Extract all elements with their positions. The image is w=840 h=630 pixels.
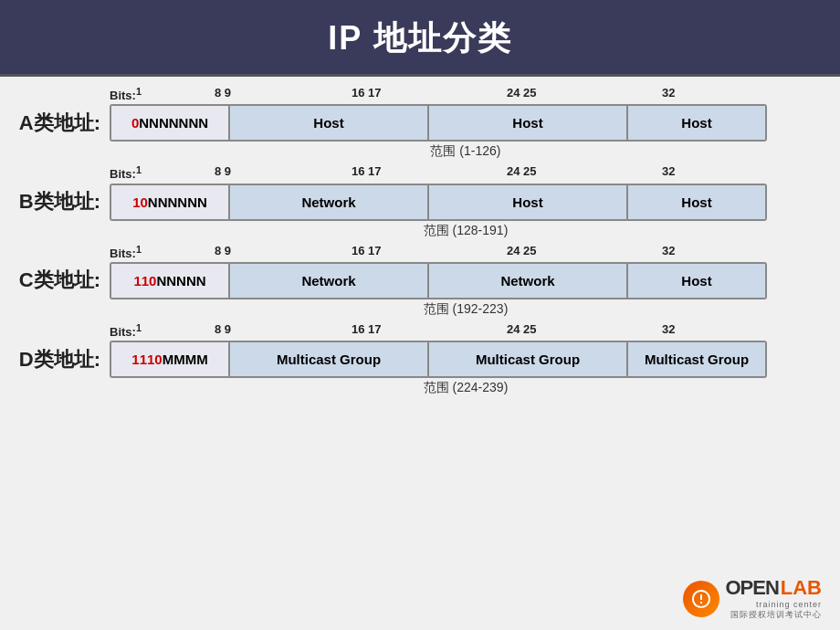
cell-0-3: Host xyxy=(628,106,765,140)
bits-num-0-3: 32 xyxy=(662,86,675,100)
cell-2-0: 110NNNNN xyxy=(111,264,230,298)
bits-row-2: Bits:18 916 1724 2532 xyxy=(110,244,822,260)
cell-1-2: Host xyxy=(429,185,628,219)
title-bar: IP 地址分类 xyxy=(0,0,840,77)
cell-3-1: Multicast Group xyxy=(230,342,429,376)
range-row-0: 范围 (1-126) xyxy=(110,143,822,160)
bits-num-0-2: 24 25 xyxy=(507,86,537,100)
bits-num-1-2: 24 25 xyxy=(507,164,537,178)
cell-red-1-0: 10 xyxy=(132,194,148,210)
cell-3-0: 1110MMMM xyxy=(111,342,230,376)
class-label-2: C类地址: xyxy=(18,267,110,294)
bits-num-2-3: 32 xyxy=(662,244,675,257)
logo-tc-text: training center xyxy=(756,600,822,609)
addr-row-2: C类地址:110NNNNNNetworkNetworkHost xyxy=(18,262,822,299)
bits-num-2-0: 8 9 xyxy=(215,244,231,257)
class-block-0: Bits:18 916 1724 2532A类地址:0NNNNNNNHostHo… xyxy=(18,86,822,161)
openlab-logo-circle xyxy=(683,581,719,617)
bits-row-0: Bits:18 916 1724 2532 xyxy=(110,86,822,102)
addr-table-0: 0NNNNNNNHostHostHost xyxy=(110,104,767,142)
cell-0-0: 0NNNNNNN xyxy=(111,106,230,140)
cell-normal-2-0: NNNNN xyxy=(156,273,205,289)
bits-container-2: 8 916 1724 2532 xyxy=(142,244,799,260)
cell-2-2: Network xyxy=(429,264,628,298)
slide-title: IP 地址分类 xyxy=(328,19,511,57)
bits-num-3-3: 32 xyxy=(662,322,675,336)
addr-table-1: 10NNNNNNNetworkHostHost xyxy=(110,184,767,221)
addr-row-0: A类地址:0NNNNNNNHostHostHost xyxy=(18,104,822,142)
footer: OPEN LAB training center 国际授权培训考试中心 xyxy=(683,576,822,621)
bits-label-2: Bits:1 xyxy=(110,244,142,260)
logo-open-text: OPEN xyxy=(725,576,778,600)
bits-row-3: Bits:18 916 1724 2532 xyxy=(110,322,822,339)
bits-label-1: Bits:1 xyxy=(110,164,142,181)
addr-row-1: B类地址:10NNNNNNNetworkHostHost xyxy=(18,184,822,221)
bits-num-2-2: 24 25 xyxy=(507,244,537,257)
bits-num-0-1: 16 17 xyxy=(352,86,382,100)
bits-num-3-2: 24 25 xyxy=(507,322,537,336)
cell-2-3: Host xyxy=(628,264,765,298)
cell-0-1: Host xyxy=(230,106,429,140)
class-label-3: D类地址: xyxy=(18,346,110,373)
cell-red-0-0: 0 xyxy=(131,115,139,131)
bits-num-1-0: 8 9 xyxy=(215,164,231,178)
bits-label-3: Bits:1 xyxy=(110,322,142,339)
bits-num-2-1: 16 17 xyxy=(352,244,382,257)
cell-normal-0-0: NNNNNNN xyxy=(139,115,208,131)
class-block-3: Bits:18 916 1724 2532D类地址:1110MMMMMultic… xyxy=(18,322,822,397)
class-block-2: Bits:18 916 1724 2532C类地址:110NNNNNNetwor… xyxy=(18,244,822,319)
cell-0-2: Host xyxy=(429,106,628,140)
cell-1-1: Network xyxy=(230,185,429,219)
range-row-1: 范围 (128-191) xyxy=(110,223,822,239)
cell-1-3: Host xyxy=(628,185,765,219)
bits-container-1: 8 916 1724 2532 xyxy=(142,164,799,181)
range-row-3: 范围 (224-239) xyxy=(110,380,822,396)
cell-2-1: Network xyxy=(230,264,429,298)
bits-num-3-1: 16 17 xyxy=(352,322,382,336)
cell-normal-1-0: NNNNNN xyxy=(148,194,207,210)
class-block-1: Bits:18 916 1724 2532B类地址:10NNNNNNNetwor… xyxy=(18,164,822,239)
content-area: Bits:18 916 1724 2532A类地址:0NNNNNNNHostHo… xyxy=(0,77,840,630)
slide: IP 地址分类 Bits:18 916 1724 2532A类地址:0NNNNN… xyxy=(0,0,840,630)
cell-red-2-0: 110 xyxy=(133,273,156,289)
addr-table-2: 110NNNNNNetworkNetworkHost xyxy=(110,262,767,299)
openlab-text-logo: OPEN LAB training center 国际授权培训考试中心 xyxy=(725,576,822,621)
cell-3-2: Multicast Group xyxy=(429,342,628,376)
addr-table-3: 1110MMMMMulticast GroupMulticast GroupMu… xyxy=(110,341,767,378)
logo-lab-text: LAB xyxy=(781,576,822,600)
cell-1-0: 10NNNNNN xyxy=(111,185,230,219)
bits-label-0: Bits:1 xyxy=(110,86,142,102)
bits-num-0-0: 8 9 xyxy=(215,86,231,100)
class-label-0: A类地址: xyxy=(18,110,110,137)
range-row-2: 范围 (192-223) xyxy=(110,301,822,318)
cell-red-3-0: 1110 xyxy=(131,352,162,367)
bits-num-1-1: 16 17 xyxy=(352,164,382,178)
bits-num-1-3: 32 xyxy=(662,164,675,178)
bits-num-3-0: 8 9 xyxy=(215,322,231,336)
bits-container-0: 8 916 1724 2532 xyxy=(142,86,799,102)
bits-row-1: Bits:18 916 1724 2532 xyxy=(110,164,822,181)
addr-row-3: D类地址:1110MMMMMulticast GroupMulticast Gr… xyxy=(18,341,822,378)
logo-auth-text: 国际授权培训考试中心 xyxy=(730,609,822,621)
cell-3-3: Multicast Group xyxy=(628,342,765,376)
class-label-1: B类地址: xyxy=(18,188,110,215)
bits-container-3: 8 916 1724 2532 xyxy=(142,322,799,339)
cell-normal-3-0: MMMM xyxy=(163,352,208,367)
